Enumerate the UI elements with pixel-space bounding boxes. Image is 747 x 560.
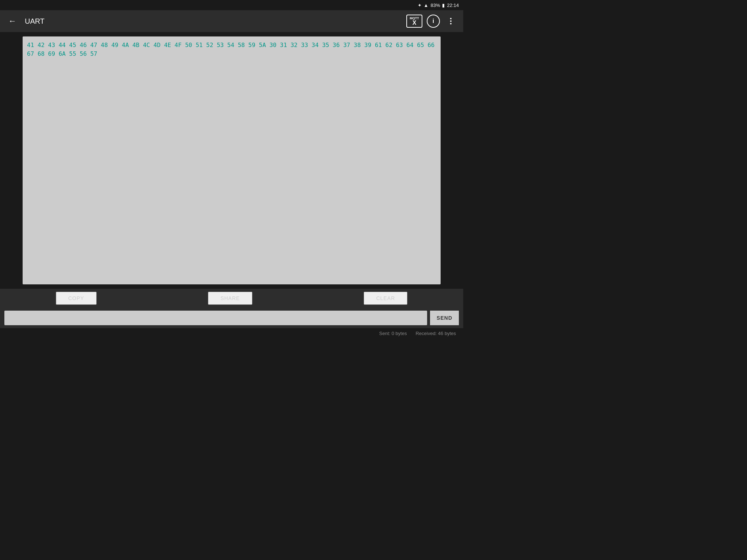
more-options-button[interactable] — [444, 15, 457, 28]
action-bar: COPY SHARE CLEAR — [0, 289, 463, 308]
share-button[interactable]: SHARE — [208, 292, 252, 305]
mqtt-x-label: X — [413, 20, 417, 26]
footer-status: Sent: 0 bytes Received: 46 bytes — [0, 328, 463, 338]
status-bar: ✦ ▲ 83% ▮ 22:14 — [0, 0, 463, 10]
send-area: SEND — [0, 308, 463, 328]
terminal-text: 41 42 43 44 45 46 47 48 49 4A 4B 4C 4D 4… — [27, 41, 436, 58]
info-icon: i — [433, 18, 434, 24]
terminal-output: 41 42 43 44 45 46 47 48 49 4A 4B 4C 4D 4… — [23, 36, 441, 284]
back-button[interactable]: ← — [6, 15, 19, 28]
more-dot-2 — [450, 20, 452, 22]
received-bytes: Received: 46 bytes — [415, 331, 456, 336]
battery-percent: 83% — [430, 3, 440, 8]
app-bar-actions: MQTT X i — [406, 15, 457, 28]
mqtt-icon[interactable]: MQTT X — [406, 15, 422, 28]
clear-button[interactable]: CLEAR — [364, 292, 407, 305]
app-bar: ← UART MQTT X i — [0, 10, 463, 32]
page-title: UART — [25, 17, 400, 26]
clock: 22:14 — [447, 3, 459, 8]
wifi-icon: ▲ — [424, 3, 429, 8]
main-content: 41 42 43 44 45 46 47 48 49 4A 4B 4C 4D 4… — [0, 32, 463, 289]
more-dot-1 — [450, 18, 452, 19]
more-dot-3 — [450, 23, 452, 24]
send-button[interactable]: SEND — [430, 311, 459, 325]
copy-button[interactable]: COPY — [56, 292, 97, 305]
send-input[interactable] — [4, 311, 427, 325]
status-bar-icons: ✦ ▲ 83% ▮ 22:14 — [418, 3, 459, 8]
info-button[interactable]: i — [427, 15, 440, 28]
bluetooth-icon: ✦ — [418, 3, 422, 8]
battery-icon: ▮ — [442, 3, 445, 8]
sent-bytes: Sent: 0 bytes — [379, 331, 407, 336]
